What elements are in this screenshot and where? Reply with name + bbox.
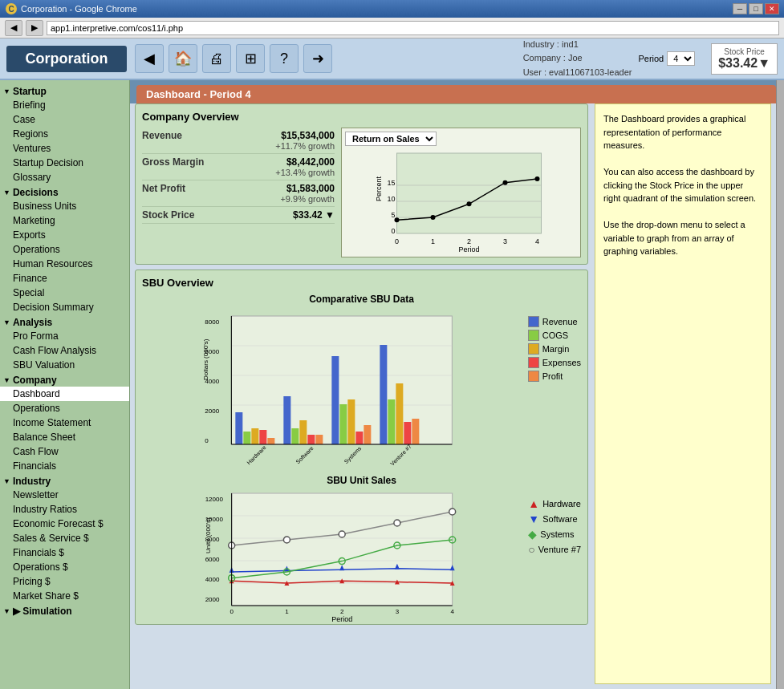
sidebar-item-sbu-valuation[interactable]: SBU Valuation bbox=[0, 358, 129, 372]
legend-systems: ◆ Systems bbox=[528, 528, 581, 541]
close-button[interactable]: ✕ bbox=[765, 3, 779, 14]
period-select[interactable]: 1234 bbox=[667, 51, 695, 66]
svg-text:8000: 8000 bbox=[205, 318, 219, 326]
svg-rect-39 bbox=[291, 428, 299, 444]
sidebar-item-briefing[interactable]: Briefing bbox=[0, 98, 129, 112]
section-industry[interactable]: Industry bbox=[0, 473, 129, 488]
svg-rect-36 bbox=[267, 438, 274, 444]
metric-profit-label: Net Profit bbox=[142, 183, 185, 194]
sidebar-item-financials[interactable]: Financials bbox=[0, 459, 129, 473]
app-logo: Corporation bbox=[6, 46, 127, 72]
back-button[interactable]: ◀ bbox=[5, 20, 22, 36]
sidebar-item-pro-forma[interactable]: Pro Forma bbox=[0, 329, 129, 343]
help-button[interactable]: ? bbox=[270, 44, 299, 73]
app-container: Corporation ◀ 🏠 🖨 ⊞ ? ➜ Industry : ind1 … bbox=[0, 39, 784, 689]
sidebar-item-cash-flow-analysis[interactable]: Cash Flow Analysis bbox=[0, 343, 129, 358]
svg-point-89 bbox=[394, 520, 400, 526]
svg-text:4: 4 bbox=[450, 608, 454, 615]
svg-rect-51 bbox=[388, 399, 395, 444]
section-analysis[interactable]: Analysis bbox=[0, 314, 129, 329]
legend-label-venture7: Venture #7 bbox=[538, 545, 581, 554]
section-startup[interactable]: Startup bbox=[0, 83, 129, 98]
overview-metrics: Revenue $15,534,000 +11.7% growth Gross … bbox=[142, 128, 335, 257]
address-input[interactable] bbox=[47, 21, 779, 35]
sidebar-item-finance[interactable]: Finance bbox=[0, 271, 129, 286]
metric-gross-margin: Gross Margin $8,442,000 +13.4% growth bbox=[142, 154, 335, 180]
toolbar: Corporation ◀ 🏠 🖨 ⊞ ? ➜ Industry : ind1 … bbox=[0, 39, 784, 80]
sidebar-item-marketing[interactable]: Marketing bbox=[0, 213, 129, 228]
logout-button[interactable]: ➜ bbox=[303, 44, 332, 73]
home-button[interactable]: 🏠 bbox=[169, 44, 197, 73]
sidebar-item-operations-dollar[interactable]: Operations $ bbox=[0, 560, 129, 574]
forward-button[interactable]: ▶ bbox=[26, 20, 43, 36]
metric-stock-value: $33.42 ▼ bbox=[293, 209, 335, 221]
sidebar-item-pricing-dollar[interactable]: Pricing $ bbox=[0, 574, 129, 589]
svg-rect-40 bbox=[299, 420, 307, 444]
sidebar-item-company-operations[interactable]: Operations bbox=[0, 401, 129, 415]
metric-net-profit: Net Profit $1,583,000 +9.9% growth bbox=[142, 180, 335, 207]
info-text-3: Use the drop-down menu to select a varia… bbox=[603, 218, 762, 258]
sidebar-item-glossary[interactable]: Glossary bbox=[0, 170, 129, 184]
info-text-2: You can also access the dashboard by cli… bbox=[603, 165, 762, 205]
sidebar-item-income-statement[interactable]: Income Statement bbox=[0, 415, 129, 430]
svg-rect-34 bbox=[251, 428, 258, 444]
sidebar-item-dashboard[interactable]: Dashboard bbox=[0, 387, 129, 401]
right-scrollbar[interactable] bbox=[776, 80, 784, 689]
metric-stock-price: Stock Price $33.42 ▼ bbox=[142, 207, 335, 224]
svg-text:2000: 2000 bbox=[205, 596, 220, 603]
sidebar-item-case[interactable]: Case bbox=[0, 112, 129, 127]
spreadsheet-button[interactable]: ⊞ bbox=[236, 44, 265, 73]
sidebar-item-industry-ratios[interactable]: Industry Ratios bbox=[0, 502, 129, 517]
sidebar-item-ventures[interactable]: Ventures bbox=[0, 141, 129, 156]
svg-text:Systems: Systems bbox=[343, 445, 364, 465]
sidebar-item-regions[interactable]: Regions bbox=[0, 127, 129, 141]
sidebar-item-financials-dollar[interactable]: Financials $ bbox=[0, 545, 129, 560]
ros-chart-area: 0 5 10 15 0 1 2 3 4 bbox=[345, 149, 577, 253]
svg-point-18 bbox=[431, 215, 436, 220]
sidebar-item-economic-forecast[interactable]: Economic Forecast $ bbox=[0, 517, 129, 531]
metric-margin-value: $8,442,000 +13.4% growth bbox=[275, 156, 335, 177]
svg-point-88 bbox=[339, 531, 345, 537]
sidebar-item-sales-service[interactable]: Sales & Service $ bbox=[0, 531, 129, 545]
stock-price-box[interactable]: Stock Price $33.42▼ bbox=[711, 43, 778, 75]
section-company[interactable]: Company bbox=[0, 372, 129, 387]
minimize-button[interactable]: ─ bbox=[733, 3, 747, 14]
svg-text:5: 5 bbox=[391, 211, 395, 219]
sidebar-item-special[interactable]: Special bbox=[0, 286, 129, 300]
charts-column: Company Overview Revenue $15,534,000 +11… bbox=[135, 103, 588, 684]
section-decisions[interactable]: Decisions bbox=[0, 184, 129, 199]
sidebar-item-cash-flow[interactable]: Cash Flow bbox=[0, 444, 129, 459]
svg-rect-47 bbox=[355, 432, 363, 444]
sidebar-item-startup-decision[interactable]: Startup Decision bbox=[0, 156, 129, 170]
section-simulation[interactable]: ▶ Simulation bbox=[0, 603, 129, 618]
svg-text:0: 0 bbox=[395, 237, 399, 245]
svg-rect-54 bbox=[412, 419, 419, 444]
metric-profit-value: $1,583,000 +9.9% growth bbox=[280, 183, 335, 204]
svg-point-21 bbox=[535, 176, 540, 181]
legend-color-expenses bbox=[528, 357, 539, 368]
sbu-overview: SBU Overview Comparative SBU Data 8000 6… bbox=[135, 270, 588, 625]
svg-rect-50 bbox=[380, 345, 387, 444]
svg-point-19 bbox=[467, 201, 472, 206]
svg-rect-33 bbox=[243, 432, 250, 444]
sidebar-item-newsletter[interactable]: Newsletter bbox=[0, 488, 129, 502]
legend-margin: Margin bbox=[528, 343, 581, 355]
sidebar-item-business-units[interactable]: Business Units bbox=[0, 199, 129, 213]
window-controls: ─ □ ✕ bbox=[733, 3, 779, 14]
ros-dropdown[interactable]: Return on Sales Revenue Net Profit Stock… bbox=[345, 132, 437, 146]
legend-label-expenses: Expenses bbox=[542, 358, 581, 367]
sidebar-item-operations[interactable]: Operations bbox=[0, 242, 129, 257]
sidebar-item-balance-sheet[interactable]: Balance Sheet bbox=[0, 430, 129, 444]
svg-text:Period: Period bbox=[331, 615, 352, 623]
sidebar-item-exports[interactable]: Exports bbox=[0, 228, 129, 242]
maximize-button[interactable]: □ bbox=[749, 3, 763, 14]
svg-text:10: 10 bbox=[387, 195, 395, 203]
sidebar-item-market-share[interactable]: Market Share $ bbox=[0, 589, 129, 603]
legend-expenses: Expenses bbox=[528, 357, 581, 368]
back-nav-button[interactable]: ◀ bbox=[135, 44, 164, 73]
sidebar-item-decision-summary[interactable]: Decision Summary bbox=[0, 300, 129, 314]
print-button[interactable]: 🖨 bbox=[202, 44, 231, 73]
svg-text:1: 1 bbox=[431, 237, 435, 245]
sidebar-item-human-resources[interactable]: Human Resources bbox=[0, 257, 129, 271]
svg-rect-42 bbox=[315, 435, 323, 444]
